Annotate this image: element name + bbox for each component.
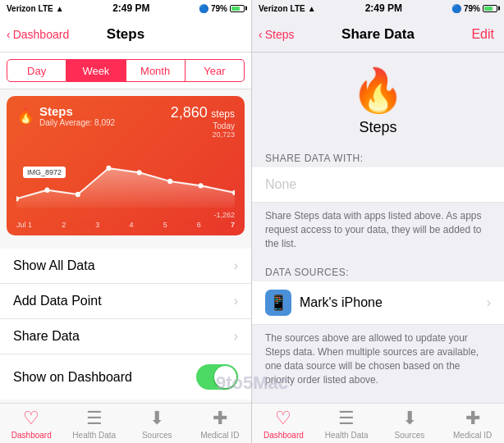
chevron-icon-source: › [487, 295, 491, 310]
dashboard-icon-right: ♡ [275, 408, 291, 429]
dashboard-icon-left: ♡ [23, 408, 39, 429]
battery-fill-left [231, 7, 241, 11]
health-tab-label-right: Health Data [325, 431, 369, 440]
network-left: LTE [39, 4, 53, 13]
health-tab-label-left: Health Data [72, 431, 116, 440]
tab-year[interactable]: Year [186, 59, 245, 82]
steps-center-label: Steps [252, 119, 504, 136]
chevron-left-icon: ‹ [7, 28, 11, 41]
x-label-2: 2 [62, 221, 66, 229]
bluetooth-icon: 🔵 [199, 4, 208, 13]
chart-date: Today [171, 121, 235, 130]
edit-button[interactable]: Edit [471, 27, 494, 42]
nav-title-left: Steps [107, 26, 144, 43]
sources-icon-right: ⬇ [402, 408, 417, 429]
list-item-show-all[interactable]: Show All Data › [0, 249, 251, 284]
battery-pct-left: 79% [211, 4, 227, 13]
data-source-description: The sources above are allowed to update … [252, 325, 504, 393]
back-button-left[interactable]: ‹ Dashboard [7, 28, 69, 41]
share-with-header: SHARE DATA WITH: [252, 146, 504, 167]
chart-value: 2,860 [171, 104, 208, 121]
share-none-row: None [252, 167, 504, 203]
sources-tab-label-left: Sources [142, 431, 172, 440]
back-label-right: Steps [265, 28, 295, 41]
dot-4 [106, 166, 111, 171]
battery-pct-right: 79% [464, 4, 480, 13]
tab-bar-left: ♡ Dashboard ☰ Health Data ⬇ Sources ✚ Me… [0, 403, 251, 443]
chart-max: 20,723 [16, 130, 235, 139]
share-list-section: None [252, 167, 504, 203]
segment-control: Day Week Month Year [0, 53, 251, 89]
data-sources-header: DATA SOURCES: [252, 260, 504, 281]
medical-tab-label-right: Medical ID [453, 431, 492, 440]
left-screen: Verizon LTE ▲ 2:49 PM 🔵 79% ‹ Dashboard … [0, 0, 252, 443]
medical-tab-label-left: Medical ID [200, 431, 239, 440]
dot-7 [199, 183, 204, 188]
chevron-icon-1: › [234, 258, 238, 273]
time-right: 2:49 PM [365, 2, 402, 14]
tab-bar-right: ♡ Dashboard ☰ Health Data ⬇ Sources ✚ Me… [252, 403, 504, 443]
chart-header: 🔥 Steps Daily Average: 8,092 2,860 steps… [16, 104, 235, 130]
tab-health-data-right[interactable]: ☰ Health Data [315, 408, 378, 440]
medical-icon-left: ✚ [213, 408, 227, 429]
data-source-left: 📱 Mark's iPhone [265, 290, 383, 316]
tab-dashboard-left[interactable]: ♡ Dashboard [0, 408, 63, 440]
share-data-label: Share Data [13, 329, 80, 344]
medical-icon-right: ✚ [465, 408, 480, 429]
flame-icon-large: 🔥 [252, 66, 504, 116]
status-right-right: 🔵 79% [451, 4, 497, 13]
battery-icon-left [230, 5, 245, 12]
carrier-left: Verizon [7, 4, 36, 13]
status-right-left: 🔵 79% [199, 4, 245, 13]
signal-icon-right: ▲ [308, 4, 316, 13]
list-item-add-data[interactable]: Add Data Point › [0, 284, 251, 319]
back-button-right[interactable]: ‹ Steps [259, 28, 294, 41]
status-bar-right: Verizon LTE ▲ 2:49 PM 🔵 79% [252, 0, 504, 16]
nav-bar-left: ‹ Dashboard Steps [0, 16, 251, 53]
share-description: Share Steps data with apps listed above.… [252, 203, 504, 257]
dot-6 [167, 179, 172, 184]
x-label-4: 4 [129, 221, 133, 229]
sources-tab-label-right: Sources [395, 431, 425, 440]
x-label-7: 7 [231, 221, 235, 229]
battery-icon-right [483, 5, 497, 12]
dashboard-toggle[interactable] [196, 364, 238, 390]
status-bar-left: Verizon LTE ▲ 2:49 PM 🔵 79% [0, 0, 251, 16]
back-label-left: Dashboard [13, 28, 70, 41]
tab-day[interactable]: Day [7, 59, 66, 82]
bluetooth-icon-right: 🔵 [451, 4, 461, 13]
tab-week[interactable]: Week [66, 59, 126, 82]
x-label-1: Jul 1 [16, 221, 32, 229]
data-source-row[interactable]: 📱 Mark's iPhone › [252, 281, 504, 325]
x-label-6: 6 [197, 221, 201, 229]
tab-sources-right[interactable]: ⬇ Sources [378, 408, 442, 440]
tab-month[interactable]: Month [126, 59, 186, 82]
x-label-3: 3 [95, 221, 99, 229]
sources-icon-left: ⬇ [149, 408, 164, 429]
list-section: Show All Data › Add Data Point › Share D… [0, 249, 251, 400]
nav-title-right: Share Data [341, 26, 415, 43]
show-all-label: Show All Data [13, 258, 95, 273]
chart-card: 🔥 Steps Daily Average: 8,092 2,860 steps… [7, 96, 245, 235]
chart-unit: steps [211, 108, 235, 120]
chevron-icon-3: › [234, 329, 238, 344]
chart-value-area: 2,860 steps Today [171, 104, 235, 130]
network-right: LTE [291, 4, 305, 13]
chevron-icon-2: › [234, 294, 238, 308]
chart-area: IMG_8972 [16, 142, 235, 208]
tab-medical-right[interactable]: ✚ Medical ID [441, 408, 504, 440]
chart-min: -1,262 [16, 211, 235, 219]
battery-fill-right [484, 7, 493, 11]
dot-3 [76, 192, 80, 197]
list-item-share-data[interactable]: Share Data › [0, 319, 251, 354]
tab-dashboard-right[interactable]: ♡ Dashboard [252, 408, 315, 440]
dot-2 [44, 187, 49, 192]
chart-subtitle: Daily Average: 8,092 [39, 118, 115, 127]
data-source-name: Mark's iPhone [300, 295, 383, 310]
chevron-left-icon-right: ‹ [259, 28, 263, 41]
nav-bar-right: ‹ Steps Share Data Edit [252, 16, 504, 53]
list-item-dashboard: Show on Dashboard [0, 354, 251, 400]
tab-sources-left[interactable]: ⬇ Sources [126, 408, 189, 440]
tab-health-data-left[interactable]: ☰ Health Data [63, 408, 126, 440]
tab-medical-left[interactable]: ✚ Medical ID [189, 408, 252, 440]
